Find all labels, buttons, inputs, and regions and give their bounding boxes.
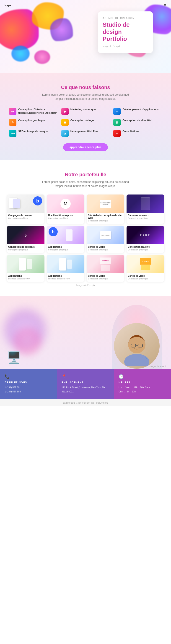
person-avatar [114, 323, 160, 369]
hero-card: AGENCE DE CRÉATION Studio de design Port… [98, 12, 153, 53]
service-item-graphic: ✎ Conception graphique [9, 119, 58, 126]
portfolio-item-1[interactable]: b Campagne de marque Conception graphiqu… [7, 194, 44, 224]
contact-section: 📞 APPELEZ-NOUS 1 (234) 567-891 1 (234) 5… [0, 369, 171, 399]
hosting-icon: ☁ [61, 130, 69, 137]
svg-point-0 [124, 354, 149, 366]
portfolio-item-5[interactable]: ♪ Conception de dépliants Conception gra… [7, 226, 44, 253]
agency-label: AGENCE DE CRÉATION [103, 17, 148, 20]
seo-icon: SEO [9, 130, 16, 137]
phone-icon: 📞 [4, 374, 52, 379]
portfolio-title: Notre portefeuille [7, 172, 164, 178]
portfolio-item-10[interactable]: Applications Interface utilisateur / UX [47, 255, 84, 282]
service-label-logo: Conception de logo [70, 119, 94, 122]
location-icon: 📍 [62, 374, 109, 379]
logo: logo [4, 4, 11, 7]
hero-section: AGENCE DE CRÉATION Studio de design Port… [0, 0, 171, 73]
portfolio-item-2[interactable]: M Une identité entreprise Conception gra… [47, 194, 84, 224]
hours-line-1: Lun. – Ven. … 11h – 20h, Sam. [119, 386, 167, 390]
phone-line-2: 1 (234) 567-894 [4, 390, 52, 394]
hours-title: HEURES [119, 381, 167, 384]
services-grid: UX Conception d'interface utilisateur/ex… [9, 108, 162, 137]
hours-icon: 🕐 [119, 374, 167, 379]
services-title: Ce que nous faisons [9, 84, 162, 90]
location-title: EMPLACEMENT [62, 381, 109, 384]
service-item-ux: UX Conception d'interface utilisateur/ex… [9, 108, 58, 115]
about-section: 🖥️ Images de Freepik [0, 296, 171, 369]
web-icon: ▦ [113, 119, 121, 126]
blob-decoration-4 [11, 46, 30, 62]
phone-line-1: 1 (234) 567-891 [4, 386, 52, 390]
portfolio-item-9[interactable]: Applications Interface utilisateur / UX [7, 255, 44, 282]
service-item-web: ▦ Conception de sites Web [113, 119, 162, 126]
blob-decoration-5 [34, 50, 50, 64]
portfolio-item-12[interactable]: COLORSI Cartes de visite Conception grap… [127, 255, 164, 282]
portfolio-credit: Images de Freepik [7, 284, 164, 286]
blob-decoration-3 [50, 18, 73, 41]
contact-box-location: 📍 EMPLACEMENT 121 Rock Street, 21 Avenue… [57, 369, 114, 399]
portfolio-item-7[interactable]: John Smith Cartes de visite Conception g… [87, 226, 124, 253]
portfolio-item-6[interactable]: b Applications Conception graphique [47, 226, 84, 253]
phone-title: APPELEZ-NOUS [4, 381, 52, 384]
address-line: 121 Rock Street, 21 Avenue, New York, NY… [62, 386, 109, 394]
footer: Sample text. Click to select the Text El… [0, 399, 171, 406]
contact-box-hours: 🕐 HEURES Lun. – Ven. … 11h – 20h, Sam. D… [114, 369, 171, 399]
service-item-logo: ◉ Conception de logo [61, 119, 110, 126]
marketing-icon: ◆ [61, 108, 69, 115]
dev-icon: ⚙ [113, 108, 121, 115]
service-label-graphic: Conception graphique [18, 119, 45, 122]
logo-icon: ◉ [61, 119, 69, 126]
portfolio-subtitle: Lorem ipsum dolor sit amet, consectetur … [40, 180, 131, 188]
service-item-seo: SEO SEO et image de marque [9, 130, 58, 137]
service-item-hosting: ☁ Hébergement Web Plus [61, 130, 110, 137]
service-label-seo: SEO et image de marque [18, 130, 48, 133]
service-label-ux: Conception d'interface utilisateur/expér… [18, 108, 58, 115]
portfolio-item-3[interactable]: Get Free SEO Analysis Site Web de concep… [87, 194, 124, 224]
portfolio-item-8[interactable]: FAKE Conception réactive Conception grap… [127, 226, 164, 253]
menu-icon[interactable]: ≡ [164, 3, 167, 8]
service-label-hosting: Hébergement Web Plus [70, 130, 99, 133]
header: logo ≡ [0, 0, 171, 11]
desk-decoration: 🖥️ [7, 351, 21, 364]
footer-text: Sample text. Click to select the Text El… [63, 402, 108, 404]
services-section: Ce que nous faisons Lorem ipsum dolor si… [0, 73, 171, 160]
consult-icon: AV [113, 130, 121, 137]
service-label-dev: Développement d'applications [122, 108, 159, 111]
portfolio-item-11[interactable]: COLORSI Cartes de visite Conception grap… [87, 255, 124, 282]
hero-title: Studio de design Portfolio [103, 21, 148, 43]
portfolio-item-4[interactable]: Caissons lumineux Conception graphique [127, 194, 164, 224]
service-item-dev: ⚙ Développement d'applications [113, 108, 162, 115]
service-label-web: Conception de sites Web [122, 119, 152, 122]
portfolio-grid: b Campagne de marque Conception graphiqu… [7, 194, 164, 282]
service-item-marketing: ◆ Marketing numérique [61, 108, 110, 115]
ux-icon: UX [9, 108, 16, 115]
service-label-marketing: Marketing numérique [70, 108, 96, 111]
hero-image-credit: Image de Freepik [103, 45, 148, 48]
services-subtitle: Lorem ipsum dolor sit amet, consectetur … [40, 93, 131, 101]
about-person-image [112, 305, 162, 369]
hours-line-2: Dim. … 8h – 23h [119, 390, 167, 394]
contact-box-phone: 📞 APPELEZ-NOUS 1 (234) 567-891 1 (234) 5… [0, 369, 57, 399]
about-image-credit: Images de Freepik [149, 365, 167, 368]
learn-more-button[interactable]: apprendre encore plus [63, 143, 108, 151]
portfolio-section: Notre portefeuille Lorem ipsum dolor sit… [0, 160, 171, 296]
graphic-icon: ✎ [9, 119, 16, 126]
service-label-consult: Consultations [122, 130, 139, 133]
service-item-consult: AV Consultations [113, 130, 162, 137]
